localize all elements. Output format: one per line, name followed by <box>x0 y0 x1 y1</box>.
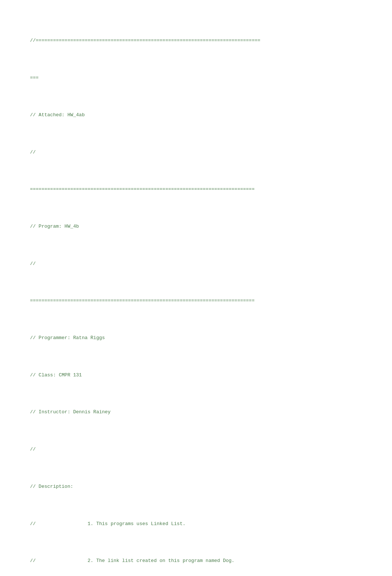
comment-program: // Program: HW_4b <box>30 224 79 229</box>
comment-desc-2: // 2. The link list created on this prog… <box>30 558 234 563</box>
separator-2: ========================================… <box>30 186 255 192</box>
separator-1: //======================================… <box>30 38 260 43</box>
comment-desc-1: // 1. This programs uses Linked List. <box>30 521 185 527</box>
comment-slash3: // <box>30 446 36 452</box>
comment-programmer: // Programmer: Ratna Riggs <box>30 335 105 341</box>
separator-3: ========================================… <box>30 298 255 303</box>
code-content: //======================================… <box>18 15 374 576</box>
comment-slash2: // <box>30 261 36 266</box>
separator-1b: === <box>30 75 38 80</box>
comment-attached: // Attached: HW_4ab <box>30 112 85 118</box>
comment-slash1: // <box>30 149 36 155</box>
comment-class: // Class: CMPR 131 <box>30 372 82 378</box>
comment-instructor: // Instructor: Dennis Rainey <box>30 409 110 415</box>
comment-description: // Description: <box>30 484 73 489</box>
